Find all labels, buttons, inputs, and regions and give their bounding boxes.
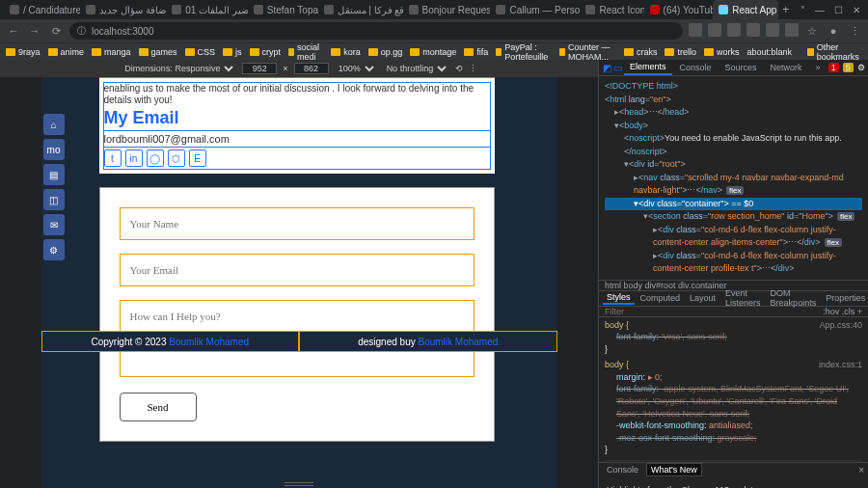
error-count[interactable]: 1 bbox=[828, 63, 839, 72]
social-icon[interactable]: ⬡ bbox=[168, 149, 185, 167]
inspect-icon[interactable]: ◩ bbox=[603, 63, 611, 73]
styles-rules[interactable]: body {App.css:40 font-family: 'Vrsa', sa… bbox=[599, 317, 868, 463]
browser-tab[interactable]: موقع فركا | مستقل bbox=[318, 0, 403, 19]
filter-options[interactable]: :hov .cls + bbox=[823, 307, 862, 316]
github-icon[interactable]: ◯ bbox=[147, 149, 164, 167]
browser-tab[interactable]: Callum — Personal bbox=[490, 0, 580, 19]
bookmark-item[interactable]: crypt bbox=[250, 47, 282, 57]
tab-sources[interactable]: Sources bbox=[719, 61, 763, 74]
bookmark-item[interactable]: PayPal : Portefeuille bbox=[496, 42, 552, 62]
bookmark-other[interactable]: Other bookmarks bbox=[807, 42, 862, 62]
bookmark-item[interactable]: js bbox=[223, 47, 242, 57]
throttling-select[interactable]: No throttling bbox=[383, 63, 449, 74]
more-tabs-icon[interactable]: » bbox=[810, 61, 827, 74]
close-window-icon[interactable]: ✕ bbox=[853, 5, 860, 15]
device-toolbar: Dimensions: Responsive × 100% No throttl… bbox=[0, 60, 598, 77]
profile-icon[interactable]: ● bbox=[826, 23, 841, 39]
browser-tab[interactable]: Stefan Topalo bbox=[248, 0, 318, 19]
bookmark-item[interactable]: montage bbox=[410, 47, 456, 57]
contact-info-block: enabling us to make the most of our init… bbox=[99, 77, 495, 174]
styles-filter-input[interactable] bbox=[605, 307, 823, 316]
tab-elements[interactable]: Elements bbox=[624, 60, 672, 75]
drawer-close-icon[interactable]: × bbox=[858, 465, 864, 475]
viewport-height-input[interactable] bbox=[294, 63, 329, 74]
drawer-tab-whatsnew[interactable]: What's New bbox=[646, 463, 702, 476]
browser-tab[interactable]: / Candidature× bbox=[4, 0, 80, 19]
zoom-select[interactable]: 100% bbox=[335, 63, 377, 74]
browser-tab[interactable]: إضافة سؤال جديد× bbox=[80, 0, 166, 19]
chat-icon[interactable]: ✉ bbox=[43, 214, 65, 235]
bookmark-star-icon[interactable]: ☆ bbox=[804, 23, 820, 39]
tab-computed[interactable]: Computed bbox=[637, 292, 685, 304]
send-button[interactable]: Send bbox=[120, 393, 197, 421]
reload-button[interactable]: ⟳ bbox=[48, 23, 64, 39]
list-icon[interactable]: ▤ bbox=[43, 164, 65, 185]
bookmark-item[interactable]: manga bbox=[92, 47, 131, 57]
devtools-settings-icon[interactable]: ⚙ bbox=[857, 63, 865, 72]
browser-tab[interactable]: Bonjour Request A bbox=[403, 0, 491, 19]
bookmark-item[interactable]: trello bbox=[665, 47, 696, 57]
device-toggle-icon[interactable]: ▭ bbox=[613, 63, 622, 73]
minimize-icon[interactable]: — bbox=[815, 5, 825, 15]
bookmark-item[interactable]: craks bbox=[624, 47, 658, 57]
dom-tree[interactable]: <!DOCTYPE html> <html lang="en"> ▸<head>… bbox=[599, 76, 868, 280]
bookmark-item[interactable]: fifa bbox=[464, 47, 488, 57]
resize-handle-icon[interactable] bbox=[285, 482, 313, 486]
browser-tabstrip: / Candidature× إضافة سؤال جديد× 01 تحضير… bbox=[0, 0, 868, 19]
back-button[interactable]: ← bbox=[6, 23, 21, 39]
address-bar[interactable]: ⓘ localhost:3000 bbox=[69, 22, 683, 40]
extension-icon[interactable] bbox=[689, 23, 702, 37]
footer-right: designed buy Boumlik Mohamed bbox=[299, 331, 557, 352]
browser-tab[interactable]: 01 تحضير الملفات bbox=[166, 0, 248, 19]
bookmark-item[interactable]: games bbox=[139, 47, 177, 57]
settings-icon[interactable]: ⚙ bbox=[43, 239, 65, 260]
extension-icon[interactable] bbox=[766, 23, 779, 37]
extension-icon[interactable] bbox=[785, 23, 799, 37]
bookmark-item[interactable]: kora bbox=[331, 47, 361, 57]
toolbar: ← → ⟳ ⓘ localhost:3000 ☆ ● ⋮ bbox=[0, 19, 868, 42]
bookmarks-bar: 9raya anime manga games CSS js crypt soc… bbox=[0, 42, 868, 60]
name-input[interactable] bbox=[120, 207, 475, 240]
bookmark-item[interactable]: works bbox=[704, 47, 740, 57]
bookmark-item[interactable]: social medi bbox=[288, 42, 323, 62]
grid-icon[interactable]: ◫ bbox=[43, 189, 65, 210]
drawer-tab-console[interactable]: Console bbox=[603, 464, 642, 475]
browser-tab[interactable]: React Icons bbox=[580, 0, 643, 19]
mo-icon[interactable]: mo bbox=[43, 139, 65, 160]
maximize-icon[interactable]: ☐ bbox=[834, 5, 843, 15]
tab-properties[interactable]: Properties bbox=[822, 292, 868, 304]
extension-icon[interactable] bbox=[746, 23, 760, 37]
tab-console[interactable]: Console bbox=[674, 61, 718, 74]
email-input[interactable] bbox=[120, 254, 475, 286]
etsy-icon[interactable]: E bbox=[189, 149, 206, 167]
linkedin-icon[interactable]: in bbox=[125, 149, 143, 167]
menu-icon[interactable]: ⋮ bbox=[847, 23, 862, 39]
browser-tab[interactable]: (64) YouTube bbox=[644, 0, 714, 19]
browser-tab-active[interactable]: React App× bbox=[713, 0, 778, 19]
devtools-tabs: ◩ ▭ Elements Console Sources Network » 1… bbox=[599, 60, 868, 76]
extension-icon[interactable] bbox=[708, 23, 721, 37]
warning-count[interactable]: 5 bbox=[843, 63, 854, 72]
home-icon[interactable]: ⌂ bbox=[43, 114, 65, 135]
bookmark-item[interactable]: op.gg bbox=[368, 47, 403, 57]
rotate-icon[interactable]: ⟲ bbox=[455, 64, 463, 73]
tab-layout[interactable]: Layout bbox=[686, 292, 719, 304]
bookmark-item[interactable]: CSS bbox=[185, 47, 216, 57]
new-tab-button[interactable]: + bbox=[778, 0, 793, 19]
footer-left: Copyright © 2023 Boumlik Mohamed bbox=[41, 331, 300, 352]
bookmark-item[interactable]: Counter — MOHAM... bbox=[559, 42, 616, 62]
device-select[interactable]: Dimensions: Responsive bbox=[121, 63, 236, 74]
tab-styles[interactable]: Styles bbox=[603, 291, 635, 305]
twitter-icon[interactable]: t bbox=[104, 149, 122, 167]
drawer-tabs: Console What's New × bbox=[599, 462, 868, 476]
tab-network[interactable]: Network bbox=[765, 61, 808, 74]
site-info-icon[interactable]: ⓘ bbox=[77, 25, 86, 38]
forward-button[interactable]: → bbox=[27, 23, 42, 39]
extension-icon[interactable] bbox=[727, 23, 741, 37]
chevron-down-icon[interactable]: ˅ bbox=[800, 5, 805, 15]
bookmark-item[interactable]: about:blank bbox=[746, 47, 792, 57]
viewport-width-input[interactable] bbox=[242, 63, 277, 74]
more-icon[interactable]: ⋮ bbox=[469, 64, 477, 73]
bookmark-item[interactable]: 9raya bbox=[6, 47, 41, 57]
bookmark-item[interactable]: anime bbox=[48, 47, 85, 57]
